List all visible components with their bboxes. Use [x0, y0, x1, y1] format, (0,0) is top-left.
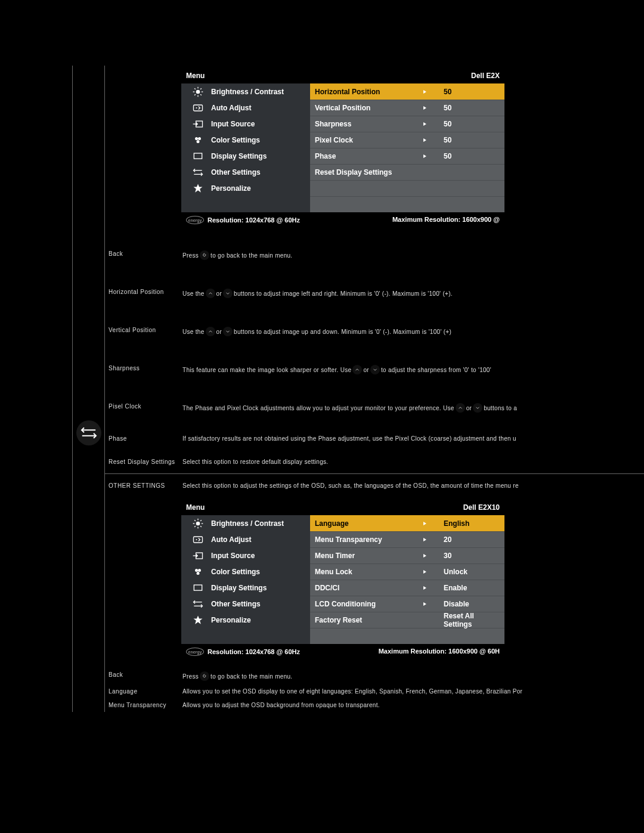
osd-option-value: 50 [434, 104, 500, 112]
display-icon [191, 582, 205, 594]
doc-row-desc: Press to go back to the main menu. [179, 236, 644, 274]
osd-menu-label: Other Settings [211, 168, 261, 176]
osd-menu-item[interactable]: Personalize [181, 612, 310, 628]
doc-row-label: Phase [105, 427, 179, 450]
osd-option-row[interactable]: Menu LockUnlock [310, 563, 504, 580]
energy-badge: energy Resolution: 1024x768 @ 60Hz [186, 216, 300, 224]
osd-menu-item[interactable]: Input Source [181, 547, 310, 563]
osd-menu-item[interactable]: Display Settings [181, 580, 310, 596]
doc-row-desc: Use the or buttons to adjust image up an… [179, 312, 644, 351]
osd-option-value: 50 [434, 136, 500, 144]
play-icon [421, 584, 434, 592]
osd-option-label: Pixel Clock [315, 136, 421, 144]
other-settings-desc: Select this option to adjust the setting… [179, 474, 644, 497]
doc-row-label: Sharpness [105, 351, 179, 386]
display-icon [191, 150, 205, 162]
osd-title: Menu [186, 72, 205, 80]
osd-menu-label: Color Settings [211, 136, 260, 144]
osd-option-row[interactable]: Sharpness50 [310, 116, 504, 132]
osd-option-row [310, 180, 504, 196]
osd-option-label: Reset Display Settings [315, 168, 421, 176]
doc-row: PhaseIf satisfactory results are not obt… [105, 427, 644, 450]
osd-menu-label: Brightness / Contrast [211, 88, 284, 96]
osd-option-value: 20 [434, 535, 500, 544]
down-icon [223, 327, 233, 336]
osd-menu-label: Auto Adjust [211, 104, 252, 112]
doc-row-label: Reset Display Settings [105, 450, 179, 473]
osd-option-value: English [434, 519, 500, 528]
osd-option-row[interactable]: Pixel Clock50 [310, 132, 504, 148]
other-icon [191, 166, 205, 178]
play-icon [421, 137, 434, 144]
osd-option-row[interactable]: Menu Transparency20 [310, 531, 504, 547]
doc-row-label: Menu Transparency [105, 698, 179, 712]
osd-option-row [310, 196, 504, 212]
brightness-icon [191, 518, 205, 529]
osd-option-row[interactable]: Reset Display Settings [310, 164, 504, 180]
osd-option-label: Factory Reset [315, 616, 421, 624]
play-icon [421, 120, 434, 128]
osd-menu-label: Input Source [211, 552, 255, 560]
osd-option-row[interactable]: Horizontal Position50 [310, 83, 504, 100]
doc-row: BackPress to go back to the main menu. [105, 668, 644, 685]
doc-row: Vertical PositionUse the or buttons to a… [105, 312, 644, 351]
star-icon [191, 614, 205, 626]
osd-menu-item[interactable]: Brightness / Contrast [181, 515, 310, 531]
play-icon [421, 153, 434, 160]
osd-maxres: Maximum Resolution: 1600x900 @ [392, 216, 500, 224]
play-icon [421, 520, 434, 527]
osd-option-label: Menu Lock [315, 568, 421, 576]
doc-row-label: Back [105, 668, 179, 682]
play-icon [421, 600, 434, 608]
play-icon [421, 568, 434, 575]
osd-option-row[interactable]: Vertical Position50 [310, 100, 504, 116]
osd-option-row[interactable]: LCD ConditioningDisable [310, 596, 504, 612]
osd-option-row[interactable]: Phase50 [310, 148, 504, 164]
back-icon [200, 250, 209, 260]
osd-menu-item[interactable]: Display Settings [181, 148, 310, 164]
doc-row-label: Back [105, 236, 179, 271]
up-icon [206, 289, 215, 298]
play-icon [421, 88, 434, 95]
doc-icon-column [73, 66, 105, 712]
osd-option-row[interactable]: Menu Timer30 [310, 547, 504, 563]
auto-icon [191, 102, 205, 114]
osd-option-label: Menu Transparency [315, 535, 421, 544]
osd-option-row[interactable]: DDC/CIEnable [310, 580, 504, 596]
osd-menu-item[interactable]: Auto Adjust [181, 100, 310, 116]
osd-option-label: Language [315, 519, 421, 528]
down-icon [370, 365, 380, 374]
play-icon [421, 536, 434, 543]
osd-menu-label: Input Source [211, 120, 255, 128]
osd-menu-item[interactable]: Other Settings [181, 596, 310, 612]
star-icon [191, 182, 205, 194]
osd-option-row[interactable]: LanguageEnglish [310, 515, 504, 531]
osd-display-settings: Menu Dell E2X Brightness / ContrastAuto … [105, 68, 644, 228]
osd-option-row[interactable]: Factory ResetReset All Settings [310, 612, 504, 628]
osd-option-label: Sharpness [315, 120, 421, 128]
doc-row-label: Pisel Clock [105, 389, 179, 424]
color-icon [191, 566, 205, 578]
osd-menu-label: Other Settings [211, 600, 261, 608]
doc-row-desc: The Phase and Pixel Clock adjustments al… [179, 389, 644, 427]
input-icon [191, 550, 205, 562]
osd-menu-label: Brightness / Contrast [211, 519, 284, 528]
other-settings-label: OTHER SETTINGS [105, 474, 179, 497]
doc-row-desc: If satisfactory results are not obtained… [179, 427, 644, 450]
brightness-icon [191, 86, 205, 98]
osd-menu-item[interactable]: Brightness / Contrast [181, 83, 310, 100]
osd-menu-item[interactable]: Personalize [181, 180, 310, 196]
osd-menu-item[interactable]: Input Source [181, 116, 310, 132]
osd-menu-label: Display Settings [211, 152, 267, 160]
down-icon [473, 403, 482, 413]
osd-menu-item[interactable]: Color Settings [181, 132, 310, 148]
osd-menu-item[interactable]: Auto Adjust [181, 531, 310, 547]
osd-option-value: Unlock [434, 568, 500, 576]
osd-menu-item[interactable]: Color Settings [181, 563, 310, 580]
osd-option-value: Disable [434, 600, 500, 608]
doc-row-desc: Press to go back to the main menu. [179, 668, 644, 685]
osd-menu-item[interactable]: Other Settings [181, 164, 310, 180]
other-icon [191, 598, 205, 610]
osd-option-label: Vertical Position [315, 104, 421, 112]
doc-row: Menu TransparencyAllows you to adjust th… [105, 698, 644, 712]
